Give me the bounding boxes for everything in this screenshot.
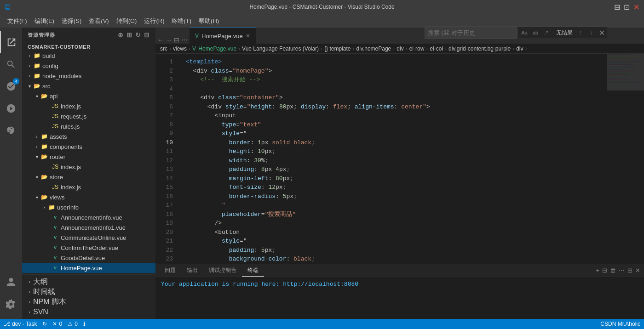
tree-item-confirmtheorder[interactable]: V ConfirmTheOrder.vue	[22, 243, 155, 253]
menu-help[interactable]: 帮助(H)	[195, 15, 223, 27]
activity-debug[interactable]	[0, 97, 22, 119]
tab-history-back[interactable]: ←	[157, 36, 164, 44]
tree-item-components[interactable]: 📁 components	[22, 142, 155, 152]
panel-more-options[interactable]: ⋯	[619, 267, 625, 274]
code-area[interactable]: <template> <div class="homePage"> <!-- 搜…	[178, 54, 607, 264]
activity-bottom-group	[0, 271, 22, 315]
tree-item-announcementinfo[interactable]: V AnnouncementInfo.vue	[22, 212, 155, 222]
menu-run[interactable]: 运行(R)	[140, 15, 168, 27]
tree-item-homepage[interactable]: V HomePage.vue	[22, 263, 155, 273]
activity-settings[interactable]	[0, 293, 22, 315]
tree-item-src[interactable]: 📂 src	[22, 81, 155, 91]
activity-git[interactable]: 4	[0, 75, 22, 97]
tree-item-views[interactable]: 📂 views	[22, 192, 155, 202]
tree-item-userinfo[interactable]: 📁 userInfo	[22, 202, 155, 212]
tree-item-store[interactable]: 📂 store	[22, 172, 155, 182]
minimize-icon[interactable]: ⊟	[614, 3, 620, 11]
search-regex-btn[interactable]: .*	[541, 28, 552, 38]
tree-item-goodsdetail[interactable]: V GoodsDetail.vue	[22, 253, 155, 263]
bc-volar[interactable]: Vue Language Features (Volar)	[242, 45, 319, 52]
tree-item-announcementinfo1[interactable]: V AnnouncementInfo1.vue	[22, 222, 155, 233]
tree-item-router[interactable]: 📂 router	[22, 152, 155, 162]
bc-div-last[interactable]: div	[516, 45, 523, 52]
search-overlay[interactable]: Aa ab .* 无结果 ↑ ↓ ✕	[425, 28, 607, 39]
tree-item-api-index[interactable]: JS index.js	[22, 101, 155, 111]
tab-more[interactable]: ⋯	[181, 36, 188, 44]
tree-item-config[interactable]: 📁 config	[22, 61, 155, 71]
statusbar-branch[interactable]: ⎇ dev - Task	[4, 321, 37, 327]
panel-trash-terminal[interactable]: 🗑	[610, 267, 616, 274]
search-input[interactable]	[425, 28, 517, 39]
tree-item-outline[interactable]: 大纲	[22, 277, 155, 287]
maximize-icon[interactable]: ⊡	[624, 3, 630, 11]
tab-close-homepage[interactable]: ✕	[246, 33, 250, 39]
bc-template[interactable]: {} template	[324, 45, 351, 52]
tree-item-assets[interactable]: 📁 assets	[22, 131, 155, 142]
tree-item-build[interactable]: 📁 build	[22, 51, 155, 61]
arrow-userinfo	[40, 204, 48, 211]
titlebar-controls[interactable]: ⊟ ⊡ ✕	[614, 3, 639, 11]
close-icon[interactable]: ✕	[633, 3, 639, 11]
tree-item-store-index[interactable]: JS index.js	[22, 182, 155, 192]
bc-grid[interactable]: div.grid-content.bg-purple	[448, 45, 511, 52]
statusbar-sync[interactable]: ↻	[42, 321, 47, 327]
menu-edit[interactable]: 编辑(E)	[31, 15, 58, 27]
tree-item-router-index[interactable]: JS index.js	[22, 162, 155, 172]
tree-item-npm[interactable]: NPM 脚本	[22, 297, 155, 307]
collapse-icon[interactable]: ⊟	[144, 31, 150, 39]
tab-history-controls[interactable]: ← → ⊟ ⋯	[155, 36, 190, 44]
menu-goto[interactable]: 转到(G)	[113, 15, 141, 27]
bc-div[interactable]: div	[397, 45, 403, 52]
bc-src[interactable]: src	[160, 45, 167, 52]
panel-split-terminal[interactable]: ⊟	[602, 267, 607, 274]
ln-16: 16	[155, 192, 173, 201]
arrow-views	[33, 193, 40, 201]
tab-split[interactable]: ⊟	[174, 36, 179, 44]
statusbar-warnings[interactable]: ⚠ 0	[68, 321, 78, 327]
bc-div-homepage[interactable]: div.homePage	[356, 45, 391, 52]
tree-item-api-rules[interactable]: JS rules.js	[22, 121, 155, 131]
search-case-btn[interactable]: Aa	[519, 28, 529, 38]
search-close-btn[interactable]: ✕	[597, 28, 607, 38]
activity-explorer[interactable]	[0, 31, 22, 53]
bc-sep9: ›	[445, 45, 447, 52]
tree-item-api-request[interactable]: JS request.js	[22, 111, 155, 121]
refresh-icon[interactable]: ↻	[135, 31, 141, 39]
tree-item-timeline[interactable]: 时间线	[22, 287, 155, 297]
panel-add-terminal[interactable]: +	[596, 267, 599, 274]
panel-right-controls[interactable]: + ⊟ 🗑 ⋯ ⊞ ✕	[596, 267, 640, 274]
tree-item-node-modules[interactable]: 📁 node_modules	[22, 71, 155, 81]
menu-terminal[interactable]: 终端(T)	[168, 15, 195, 27]
bc-elrow[interactable]: el-row	[409, 45, 425, 52]
bc-file[interactable]: V HomePage.vue	[192, 45, 236, 52]
tree-item-communicateonline[interactable]: V CommunicateOnline.vue	[22, 233, 155, 243]
statusbar-csdn[interactable]: CSDN Mr.Aholic	[600, 321, 640, 327]
new-file-icon[interactable]: ⊕	[118, 31, 124, 39]
tree-item-api[interactable]: 📂 api	[22, 91, 155, 101]
activity-search[interactable]	[0, 53, 22, 75]
search-word-btn[interactable]: ab	[530, 28, 540, 38]
new-folder-icon[interactable]: ⊞	[126, 31, 132, 39]
panel-tab-problems[interactable]: 问题	[159, 265, 181, 277]
tab-history-fwd[interactable]: →	[166, 36, 172, 44]
tree-item-svn[interactable]: SVN	[22, 307, 155, 317]
activity-account[interactable]	[0, 271, 22, 293]
menu-view[interactable]: 查看(V)	[85, 15, 112, 27]
search-prev-btn[interactable]: ↑	[575, 28, 586, 38]
activity-extensions[interactable]	[0, 119, 22, 142]
panel-maximize[interactable]: ⊞	[627, 267, 632, 274]
statusbar-errors[interactable]: ✕ 0	[52, 321, 62, 327]
panel-tab-terminal[interactable]: 终端	[242, 265, 264, 277]
panel-close[interactable]: ✕	[635, 267, 640, 274]
sidebar: 资源管理器 ⊕ ⊞ ↻ ⊟ CSMARKET-CUSTOMER 📁 build …	[22, 28, 155, 319]
menu-file[interactable]: 文件(F)	[4, 15, 31, 27]
tab-homepage[interactable]: V HomePage.vue ✕	[190, 28, 256, 44]
search-next-btn[interactable]: ↓	[586, 28, 597, 38]
bc-views[interactable]: views	[173, 45, 187, 52]
menu-select[interactable]: 选择(S)	[58, 15, 85, 27]
sidebar-header-icons[interactable]: ⊕ ⊞ ↻ ⊟	[118, 31, 150, 39]
panel-tab-debug[interactable]: 调试控制台	[203, 265, 242, 277]
statusbar-info[interactable]: ℹ	[83, 321, 86, 327]
bc-elcol[interactable]: el-col	[430, 45, 443, 52]
panel-tab-output[interactable]: 输出	[181, 265, 203, 277]
